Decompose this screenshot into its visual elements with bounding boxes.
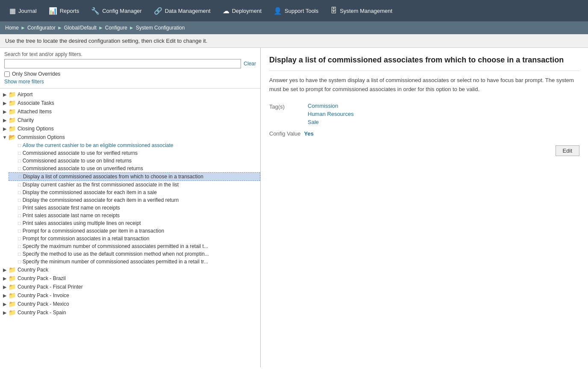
tree-item-country-pack[interactable]: ▶ 📁 Country Pack bbox=[0, 266, 260, 274]
tree-item-specify-min[interactable]: ▶ □ Specify the minimum number of commis… bbox=[9, 258, 260, 266]
tree-item-country-pack-fiscal[interactable]: ▶ 📁 Country Pack - Fiscal Printer bbox=[0, 283, 260, 291]
edit-button[interactable]: Edit bbox=[556, 145, 579, 156]
folder-icon-airport: 📁 bbox=[9, 91, 16, 98]
nav-journal[interactable]: ▦ Journal bbox=[3, 0, 43, 21]
detail-meta: Tag(s) Commission Human Resources Sale C… bbox=[269, 103, 579, 137]
tree-item-print-last[interactable]: ▶ □ Print sales associate last name on r… bbox=[9, 212, 260, 219]
toggle-country-pack-fiscal[interactable]: ▶ bbox=[2, 284, 8, 290]
toggle-country-pack-spain[interactable]: ▶ bbox=[2, 310, 8, 316]
tree-item-country-pack-brazil[interactable]: ▶ 📁 Country Pack - Brazil bbox=[0, 274, 260, 283]
tree-item-country-pack-mexico[interactable]: ▶ 📁 Country Pack - Mexico bbox=[0, 300, 260, 308]
tree-item-specify-max[interactable]: ▶ □ Specify the maximum number of commis… bbox=[9, 242, 260, 250]
folder-icon-closing-options: 📁 bbox=[9, 125, 16, 132]
left-panel: Search for text and/or apply filters. Cl… bbox=[0, 48, 261, 367]
filter-label: Search for text and/or apply filters. bbox=[4, 51, 256, 57]
folder-icon-country-pack: 📁 bbox=[9, 266, 16, 273]
toggle-associate-tasks[interactable]: ▶ bbox=[2, 100, 8, 106]
breadcrumb-configurator[interactable]: Configurator bbox=[27, 25, 56, 31]
toggle-closing-options[interactable]: ▶ bbox=[2, 126, 8, 132]
commission-children: ▶ □ Allow the current cashier to be an e… bbox=[0, 142, 260, 266]
toggle-country-pack-mexico[interactable]: ▶ bbox=[2, 301, 8, 307]
file-icon-allow-cashier: □ bbox=[18, 143, 21, 148]
nav-system-management[interactable]: 🗄 System Management bbox=[324, 0, 398, 21]
tag-sale[interactable]: Sale bbox=[308, 119, 579, 125]
nav-data-management[interactable]: 🔗 Data Management bbox=[148, 0, 217, 21]
breadcrumb-home[interactable]: Home bbox=[5, 25, 19, 31]
tree-item-prompt-retail[interactable]: ▶ □ Prompt for commission associates in … bbox=[9, 235, 260, 242]
config-row: Config Value Yes bbox=[269, 130, 579, 137]
search-input[interactable] bbox=[4, 59, 241, 68]
toggle-commission-options[interactable]: ▼ bbox=[2, 135, 8, 140]
journal-icon: ▦ bbox=[9, 7, 16, 15]
file-icon-commissioned-blind: □ bbox=[18, 158, 21, 163]
data-icon: 🔗 bbox=[154, 7, 162, 15]
clear-link[interactable]: Clear bbox=[244, 61, 256, 67]
tree-item-commission-options[interactable]: ▼ 📂 Commission Options bbox=[0, 133, 260, 142]
tree-item-airport[interactable]: ▶ 📁 Airport bbox=[0, 90, 260, 99]
tree-item-prompt-per-item[interactable]: ▶ □ Prompt for a commissioned associate … bbox=[9, 227, 260, 235]
top-nav: ▦ Journal 📊 Reports 🔧 Config Manager 🔗 D… bbox=[0, 0, 588, 21]
only-show-overrides-label[interactable]: Only Show Overrides bbox=[12, 71, 60, 77]
toggle-attached-items[interactable]: ▶ bbox=[2, 109, 8, 115]
tree-item-specify-method[interactable]: ▶ □ Specify the method to use as the def… bbox=[9, 250, 260, 258]
only-show-overrides-checkbox[interactable] bbox=[4, 71, 10, 77]
nav-config-manager[interactable]: 🔧 Config Manager bbox=[85, 0, 148, 21]
filter-row: Clear bbox=[4, 59, 256, 68]
file-icon-print-first: □ bbox=[18, 205, 21, 210]
tree-area[interactable]: ▶ 📁 Airport ▶ 📁 Associate Tasks ▶ 📁 Atta… bbox=[0, 89, 260, 367]
tree-item-attached-items[interactable]: ▶ 📁 Attached Items bbox=[0, 107, 260, 116]
toggle-charity[interactable]: ▶ bbox=[2, 118, 8, 123]
breadcrumb-configure[interactable]: Configure bbox=[105, 25, 127, 31]
file-icon-commissioned-verified: □ bbox=[18, 151, 21, 156]
toggle-country-pack-invoice[interactable]: ▶ bbox=[2, 293, 8, 298]
file-icon-prompt-retail: □ bbox=[18, 236, 21, 241]
tree-item-country-pack-invoice[interactable]: ▶ 📁 Country Pack - Invoice bbox=[0, 291, 260, 300]
tags-values: Commission Human Resources Sale bbox=[308, 103, 579, 127]
folder-icon-commission-options: 📂 bbox=[9, 134, 16, 141]
nav-support-tools[interactable]: 👤 Support Tools bbox=[268, 0, 324, 21]
tag-human-resources[interactable]: Human Resources bbox=[308, 111, 579, 117]
detail-description: Answer yes to have the system display a … bbox=[269, 76, 579, 94]
tree-item-commissioned-verified[interactable]: ▶ □ Commissioned associate to use for ve… bbox=[9, 149, 260, 157]
deployment-icon: ☁ bbox=[223, 7, 229, 15]
toggle-airport[interactable]: ▶ bbox=[2, 92, 8, 97]
toggle-country-pack-brazil[interactable]: ▶ bbox=[2, 276, 8, 281]
nav-deployment[interactable]: ☁ Deployment bbox=[217, 0, 268, 21]
file-icon-display-list: □ bbox=[18, 174, 21, 179]
tree-item-display-each-verified[interactable]: ▶ □ Display the commissioned associate f… bbox=[9, 196, 260, 204]
detail-title: Display a list of commissioned associate… bbox=[269, 55, 579, 71]
nav-reports[interactable]: 📊 Reports bbox=[43, 0, 85, 21]
tree-item-print-first[interactable]: ▶ □ Print sales associate first name on … bbox=[9, 204, 260, 212]
tree-item-country-pack-spain[interactable]: ▶ 📁 Country Pack - Spain bbox=[0, 308, 260, 317]
folder-icon-country-pack-brazil: 📁 bbox=[9, 275, 16, 282]
breadcrumb: Home ► Configurator ► Global/Default ► C… bbox=[0, 21, 588, 34]
file-icon-display-each-verified: □ bbox=[18, 198, 21, 203]
instruction-bar: Use the tree to locate the desired confi… bbox=[0, 34, 588, 48]
toggle-country-pack[interactable]: ▶ bbox=[2, 267, 8, 273]
config-icon: 🔧 bbox=[91, 7, 100, 15]
folder-icon-associate-tasks: 📁 bbox=[9, 100, 16, 106]
right-panel: Display a list of commissioned associate… bbox=[261, 48, 588, 367]
tree-item-associate-tasks[interactable]: ▶ 📁 Associate Tasks bbox=[0, 99, 260, 107]
tags-row: Tag(s) Commission Human Resources Sale bbox=[269, 103, 579, 127]
file-icon-display-current-cashier: □ bbox=[18, 182, 21, 187]
folder-icon-country-pack-mexico: 📁 bbox=[9, 301, 16, 307]
config-label: Config Value bbox=[269, 130, 300, 137]
tag-commission[interactable]: Commission bbox=[308, 103, 579, 109]
tree-item-allow-cashier[interactable]: ▶ □ Allow the current cashier to be an e… bbox=[9, 142, 260, 149]
tree-item-display-each-sale[interactable]: ▶ □ Display the commissioned associate f… bbox=[9, 189, 260, 196]
tree-item-print-multiple[interactable]: ▶ □ Print sales associates using multipl… bbox=[9, 219, 260, 227]
checkbox-row: Only Show Overrides bbox=[4, 71, 256, 77]
breadcrumb-global[interactable]: Global/Default bbox=[64, 25, 97, 31]
tree-item-display-list[interactable]: ▶ □ Display a list of commissioned assoc… bbox=[9, 172, 260, 181]
tree-item-charity[interactable]: ▶ 📁 Charity bbox=[0, 116, 260, 124]
reports-icon: 📊 bbox=[49, 7, 57, 15]
show-more-filters-link[interactable]: Show more filters bbox=[4, 79, 256, 85]
tree-item-commissioned-blind[interactable]: ▶ □ Commissioned associate to use on bli… bbox=[9, 157, 260, 165]
tree-item-commissioned-unverified[interactable]: ▶ □ Commissioned associate to use on unv… bbox=[9, 165, 260, 172]
config-value: Yes bbox=[304, 130, 313, 137]
tree-item-display-current-cashier[interactable]: ▶ □ Display current cashier as the first… bbox=[9, 181, 260, 189]
tree-item-closing-options[interactable]: ▶ 📁 Closing Options bbox=[0, 124, 260, 133]
breadcrumb-system-config[interactable]: System Configuration bbox=[136, 25, 185, 31]
file-icon-commissioned-unverified: □ bbox=[18, 166, 21, 171]
